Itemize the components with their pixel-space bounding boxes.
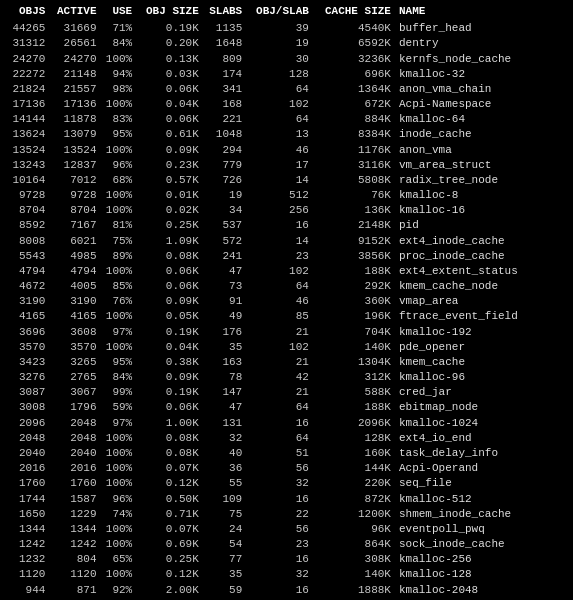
- cell-5: 32: [246, 476, 313, 491]
- cell-3: 0.06K: [136, 112, 203, 127]
- table-row: 313122656184%0.20K1648196592Kdentry: [6, 36, 567, 51]
- cell-4: 47: [203, 264, 246, 279]
- table-row: 2096204897%1.00K131162096Kkmalloc-1024: [6, 416, 567, 431]
- cell-2: 65%: [101, 552, 137, 567]
- cell-0: 4165: [6, 309, 49, 324]
- cell-6: 672K: [313, 97, 395, 112]
- cell-5: 39: [246, 21, 313, 36]
- cell-3: 0.09K: [136, 370, 203, 385]
- cell-3: 0.13K: [136, 52, 203, 67]
- cell-4: 35: [203, 340, 246, 355]
- cell-0: 3276: [6, 370, 49, 385]
- cell-4: 809: [203, 52, 246, 67]
- cell-4: 54: [203, 537, 246, 552]
- cell-1: 3608: [49, 325, 100, 340]
- cell-6: 2096K: [313, 416, 395, 431]
- cell-3: 0.06K: [136, 400, 203, 415]
- cell-2: 76%: [101, 294, 137, 309]
- cell-3: 0.08K: [136, 446, 203, 461]
- cell-7: ebitmap_node: [395, 400, 567, 415]
- cell-4: 176: [203, 325, 246, 340]
- cell-0: 2048: [6, 431, 49, 446]
- table-row: 5543498589%0.08K241233856Kproc_inode_cac…: [6, 249, 567, 264]
- cell-3: 0.09K: [136, 143, 203, 158]
- cell-7: kmalloc-2048: [395, 583, 567, 598]
- cell-3: 0.25K: [136, 552, 203, 567]
- cell-3: 0.71K: [136, 507, 203, 522]
- table-row: 20162016100%0.07K3656144KAcpi-Operand: [6, 461, 567, 476]
- cell-3: 0.12K: [136, 567, 203, 582]
- cell-4: 36: [203, 461, 246, 476]
- cell-1: 11878: [49, 112, 100, 127]
- cell-2: 100%: [101, 446, 137, 461]
- cell-7: radix_tree_node: [395, 173, 567, 188]
- cell-1: 2765: [49, 370, 100, 385]
- table-row: 218242155798%0.06K341641364Kanon_vma_cha…: [6, 82, 567, 97]
- cell-7: kmalloc-96: [395, 370, 567, 385]
- cell-0: 4794: [6, 264, 49, 279]
- cell-1: 1796: [49, 400, 100, 415]
- cell-0: 3696: [6, 325, 49, 340]
- cell-3: 0.20K: [136, 36, 203, 51]
- cell-6: 160K: [313, 446, 395, 461]
- cell-7: buffer_head: [395, 21, 567, 36]
- cell-6: 188K: [313, 400, 395, 415]
- cell-2: 75%: [101, 234, 137, 249]
- cell-5: 19: [246, 36, 313, 51]
- table-row: 141441187883%0.06K22164884Kkmalloc-64: [6, 112, 567, 127]
- table-row: 20482048100%0.08K3264128Kext4_io_end: [6, 431, 567, 446]
- cell-0: 13524: [6, 143, 49, 158]
- cell-5: 46: [246, 143, 313, 158]
- table-row: 3423326595%0.38K163211304Kkmem_cache: [6, 355, 567, 370]
- slab-cache-table: OBJSACTIVEUSEOBJ SIZESLABSOBJ/SLABCACHE …: [6, 4, 567, 600]
- cell-1: 3265: [49, 355, 100, 370]
- cell-7: vmap_area: [395, 294, 567, 309]
- cell-0: 24270: [6, 52, 49, 67]
- cell-1: 1242: [49, 537, 100, 552]
- cell-5: 17: [246, 158, 313, 173]
- cell-0: 1760: [6, 476, 49, 491]
- cell-4: 55: [203, 476, 246, 491]
- cell-0: 13624: [6, 127, 49, 142]
- cell-7: proc_inode_cache: [395, 249, 567, 264]
- cell-5: 256: [246, 203, 313, 218]
- table-row: 3276276584%0.09K7842312Kkmalloc-96: [6, 370, 567, 385]
- cell-5: 21: [246, 385, 313, 400]
- cell-2: 83%: [101, 112, 137, 127]
- cell-4: 294: [203, 143, 246, 158]
- cell-6: 3116K: [313, 158, 395, 173]
- cell-5: 32: [246, 567, 313, 582]
- cell-4: 241: [203, 249, 246, 264]
- cell-4: 174: [203, 67, 246, 82]
- cell-7: ext4_inode_cache: [395, 234, 567, 249]
- table-row: 136241307995%0.61K1048138384Kinode_cache: [6, 127, 567, 142]
- cell-6: 1304K: [313, 355, 395, 370]
- column-header-objs: OBJS: [6, 4, 49, 21]
- cell-6: 4540K: [313, 21, 395, 36]
- cell-3: 2.00K: [136, 583, 203, 598]
- cell-7: kmalloc-128: [395, 567, 567, 582]
- cell-6: 220K: [313, 476, 395, 491]
- cell-6: 140K: [313, 567, 395, 582]
- cell-0: 3087: [6, 385, 49, 400]
- cell-3: 0.08K: [136, 249, 203, 264]
- cell-2: 100%: [101, 97, 137, 112]
- cell-3: 0.61K: [136, 127, 203, 142]
- cell-6: 3236K: [313, 52, 395, 67]
- cell-2: 68%: [101, 173, 137, 188]
- table-row: 3087306799%0.19K14721588Kcred_jar: [6, 385, 567, 400]
- cell-0: 3008: [6, 400, 49, 415]
- table-row: 222722114894%0.03K174128696Kkmalloc-32: [6, 67, 567, 82]
- cell-4: 35: [203, 567, 246, 582]
- cell-1: 4794: [49, 264, 100, 279]
- cell-3: 0.04K: [136, 97, 203, 112]
- cell-4: 131: [203, 416, 246, 431]
- cell-0: 1650: [6, 507, 49, 522]
- cell-4: 1135: [203, 21, 246, 36]
- cell-5: 102: [246, 97, 313, 112]
- table-body: 442653166971%0.19K1135394540Kbuffer_head…: [6, 21, 567, 600]
- cell-6: 588K: [313, 385, 395, 400]
- cell-7: kmalloc-256: [395, 552, 567, 567]
- cell-0: 2016: [6, 461, 49, 476]
- cell-4: 147: [203, 385, 246, 400]
